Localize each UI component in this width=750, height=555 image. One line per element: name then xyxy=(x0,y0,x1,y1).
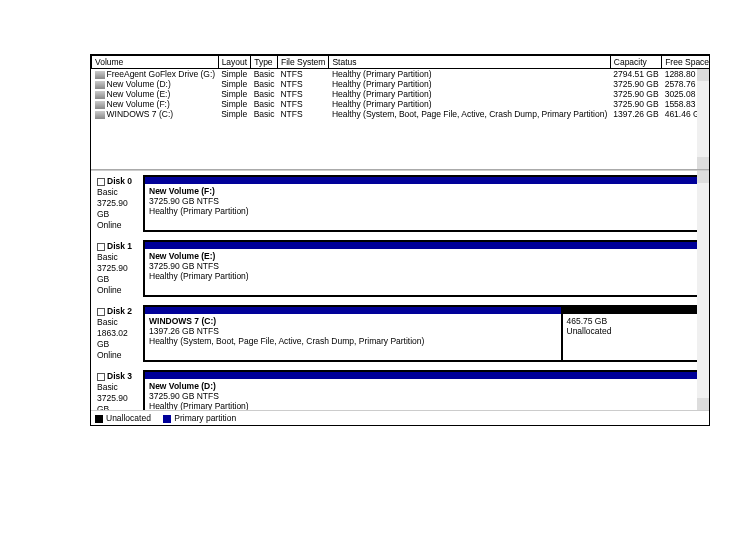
volume-icon xyxy=(95,71,105,79)
partition-primary[interactable]: WINDOWS 7 (C:)1397.26 GB NTFSHealthy (Sy… xyxy=(144,306,562,361)
volume-table[interactable]: VolumeLayoutTypeFile SystemStatusCapacit… xyxy=(91,55,709,119)
disk-icon xyxy=(97,178,105,186)
column-header[interactable]: File System xyxy=(277,56,328,69)
volume-scrollbar[interactable] xyxy=(697,69,709,169)
partition-primary[interactable]: New Volume (F:)3725.90 GB NTFSHealthy (P… xyxy=(144,176,702,231)
disk-row: Disk 0Basic3725.90 GBOnlineNew Volume (F… xyxy=(95,175,703,232)
disk-scrollbar[interactable] xyxy=(697,171,709,410)
disk-info[interactable]: Disk 3Basic3725.90 GBOnline xyxy=(95,370,143,410)
column-header[interactable]: Status xyxy=(329,56,610,69)
volume-icon xyxy=(95,81,105,89)
disk-row: Disk 1Basic3725.90 GBOnlineNew Volume (E… xyxy=(95,240,703,297)
disk-info[interactable]: Disk 0Basic3725.90 GBOnline xyxy=(95,175,143,232)
volume-row[interactable]: New Volume (F:)SimpleBasicNTFSHealthy (P… xyxy=(92,99,710,109)
legend-label-unallocated: Unallocated xyxy=(106,413,151,423)
volume-icon xyxy=(95,111,105,119)
column-header[interactable]: Free Space xyxy=(662,56,709,69)
legend: Unallocated Primary partition xyxy=(91,410,709,425)
disk-info[interactable]: Disk 2Basic1863.02 GBOnline xyxy=(95,305,143,362)
volume-icon xyxy=(95,101,105,109)
volume-list-pane[interactable]: VolumeLayoutTypeFile SystemStatusCapacit… xyxy=(91,55,709,170)
partition-primary[interactable]: New Volume (D:)3725.90 GB NTFSHealthy (P… xyxy=(144,371,702,410)
column-header[interactable]: Type xyxy=(251,56,278,69)
disk-icon xyxy=(97,243,105,251)
volume-row[interactable]: FreeAgent GoFlex Drive (G:)SimpleBasicNT… xyxy=(92,69,710,80)
partition-primary[interactable]: New Volume (E:)3725.90 GB NTFSHealthy (P… xyxy=(144,241,702,296)
legend-swatch-unallocated xyxy=(95,415,103,423)
volume-row[interactable]: New Volume (E:)SimpleBasicNTFSHealthy (P… xyxy=(92,89,710,99)
partition-unallocated[interactable]: 465.75 GBUnallocated xyxy=(562,306,703,361)
disk-icon xyxy=(97,373,105,381)
disk-icon xyxy=(97,308,105,316)
volume-row[interactable]: New Volume (D:)SimpleBasicNTFSHealthy (P… xyxy=(92,79,710,89)
legend-label-primary: Primary partition xyxy=(174,413,236,423)
column-header[interactable]: Volume xyxy=(92,56,219,69)
disk-row: Disk 3Basic3725.90 GBOnlineNew Volume (D… xyxy=(95,370,703,410)
volume-row[interactable]: WINDOWS 7 (C:)SimpleBasicNTFSHealthy (Sy… xyxy=(92,109,710,119)
volume-icon xyxy=(95,91,105,99)
disk-info[interactable]: Disk 1Basic3725.90 GBOnline xyxy=(95,240,143,297)
column-header[interactable]: Layout xyxy=(218,56,251,69)
disk-row: Disk 2Basic1863.02 GBOnlineWINDOWS 7 (C:… xyxy=(95,305,703,362)
disk-graphical-pane[interactable]: Disk 0Basic3725.90 GBOnlineNew Volume (F… xyxy=(91,170,709,410)
column-header[interactable]: Capacity xyxy=(610,56,661,69)
legend-swatch-primary xyxy=(163,415,171,423)
